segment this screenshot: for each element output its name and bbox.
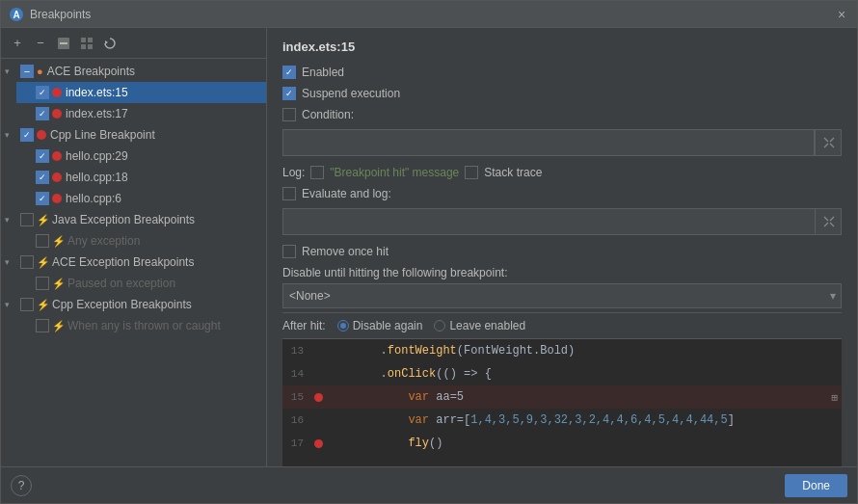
code-area: 13 .fontWeight(FontWeight.Bold) 14 .onCl… <box>282 338 842 466</box>
enabled-checkbox[interactable] <box>282 66 296 79</box>
expand-cpp-icon: ▾ <box>5 130 20 140</box>
code-text-16: var arr=[1,4,3,5,9,3,32,3,2,4,4,6,4,5,4,… <box>325 413 842 427</box>
disable-again-label: Disable again <box>353 319 423 332</box>
title-bar: A Breakpoints × <box>1 1 857 28</box>
expand-ace-icon: ▾ <box>5 66 20 76</box>
tree-group-ace-exc[interactable]: ▾ ⚡ ACE Exception Breakpoints <box>1 252 266 273</box>
tree-item-paused-exc[interactable]: ⚡ Paused on exception <box>16 273 266 294</box>
checkbox-java-exc[interactable] <box>20 213 34 226</box>
tree-group-cpp-line[interactable]: ▾ Cpp Line Breakpoint <box>1 124 266 146</box>
disable-until-dropdown[interactable]: <None> <box>282 283 842 308</box>
tree-group-ace-label: ACE Breakpoints <box>47 65 135 78</box>
tree-item-index17[interactable]: index.ets:17 <box>16 103 266 124</box>
disable-until-section: Disable until hitting the following brea… <box>282 266 842 308</box>
bp-dot-hello18 <box>52 172 62 182</box>
stack-trace-label: Stack trace <box>484 166 542 179</box>
evaluate-checkbox[interactable] <box>282 187 296 200</box>
svg-text:A: A <box>13 10 19 20</box>
copy-icon[interactable]: ⊞ <box>831 391 838 404</box>
leave-enabled-radio[interactable] <box>434 320 445 332</box>
breakpoints-dialog: A Breakpoints × + − <box>0 0 858 504</box>
evaluate-input[interactable] <box>282 208 842 235</box>
svg-rect-5 <box>88 38 93 42</box>
condition-expand-button[interactable] <box>815 129 842 156</box>
cpp-exc-icon: ⚡ <box>37 299 48 310</box>
log-message-label: "Breakpoint hit" message <box>330 166 459 179</box>
tree-item-hello29[interactable]: hello.cpp:29 <box>16 146 266 167</box>
line-num-17: 17 <box>282 438 311 449</box>
checkbox-paused-exc[interactable] <box>36 277 49 290</box>
code-line-15-toolbar: ⊞ <box>831 391 838 404</box>
tree-item-hello18[interactable]: hello.cpp:18 <box>16 167 266 188</box>
suspend-row: Suspend execution <box>282 87 842 100</box>
checkbox-ace-exc[interactable] <box>20 255 34 269</box>
code-line-14: 14 .onClick(() => { <box>282 362 842 385</box>
bp-dot-15 <box>311 393 325 402</box>
checkbox-hello18[interactable] <box>36 171 49 184</box>
checkbox-ace[interactable] <box>20 65 34 78</box>
remove-button[interactable]: − <box>30 33 51 54</box>
evaluate-expand-button[interactable] <box>815 208 842 235</box>
disable-again-option[interactable]: Disable again <box>337 319 423 332</box>
tree-item-hello6-label: hello.cpp:6 <box>66 192 121 205</box>
enabled-label: Enabled <box>302 66 344 79</box>
tree-item-hello29-label: hello.cpp:29 <box>66 149 128 163</box>
breakpoints-tree: ▾ ● ACE Breakpoints index.ets:15 index.e… <box>1 59 266 466</box>
tree-item-any-exc[interactable]: ⚡ Any exception <box>16 230 266 252</box>
disable-again-radio[interactable] <box>337 320 349 332</box>
checkbox-thrown-caught[interactable] <box>36 319 49 332</box>
stack-trace-checkbox[interactable] <box>465 166 478 179</box>
disable-until-label: Disable until hitting the following brea… <box>282 266 842 279</box>
remove-once-checkbox[interactable] <box>282 245 296 258</box>
tree-item-index15-label: index.ets:15 <box>66 86 128 99</box>
add-button[interactable]: + <box>7 33 28 54</box>
tree-item-hello6[interactable]: hello.cpp:6 <box>16 188 266 209</box>
checkbox-hello6[interactable] <box>36 192 49 205</box>
evaluate-label: Evaluate and log: <box>302 187 391 200</box>
dialog-bottom: ? Done <box>1 466 857 503</box>
checkbox-any-exc[interactable] <box>36 234 49 248</box>
java-exc-icon: ⚡ <box>37 214 48 225</box>
bp-dot-index17 <box>52 109 62 119</box>
checkbox-cpp-line[interactable] <box>20 128 34 142</box>
condition-dropdown[interactable] <box>811 129 815 156</box>
line-num-13: 13 <box>282 345 311 357</box>
tree-group-cpp-exc[interactable]: ▾ ⚡ Cpp Exception Breakpoints <box>1 294 266 315</box>
checkbox-cpp-exc[interactable] <box>20 298 34 311</box>
condition-input[interactable] <box>282 129 842 156</box>
after-hit-label: After hit: <box>282 319 326 332</box>
left-panel: + − <box>1 28 267 466</box>
code-line-13: 13 .fontWeight(FontWeight.Bold) <box>282 339 842 362</box>
done-button[interactable]: Done <box>785 474 847 497</box>
leave-enabled-option[interactable]: Leave enabled <box>434 319 525 332</box>
checkbox-index15[interactable] <box>36 86 49 99</box>
condition-checkbox[interactable] <box>282 108 296 121</box>
mute-button[interactable] <box>53 33 74 54</box>
log-row: Log: "Breakpoint hit" message Stack trac… <box>282 166 842 179</box>
after-hit-row: After hit: Disable again Leave enabled <box>282 312 842 338</box>
line-num-14: 14 <box>282 368 311 380</box>
restore-button[interactable] <box>99 33 121 54</box>
evaluate-section: Evaluate and log: <box>282 187 842 235</box>
group-button[interactable] <box>76 33 97 54</box>
evaluate-input-wrap <box>282 208 842 235</box>
tree-group-java-exc[interactable]: ▾ ⚡ Java Exception Breakpoints <box>1 209 266 230</box>
tree-group-ace[interactable]: ▾ ● ACE Breakpoints <box>1 61 266 82</box>
bp-dot-index15 <box>52 88 62 97</box>
any-exc-icon: ⚡ <box>52 235 64 247</box>
tree-item-index15[interactable]: index.ets:15 <box>16 82 266 103</box>
tree-item-thrown-caught-label: When any is thrown or caught <box>67 319 221 332</box>
tree-item-thrown-caught[interactable]: ⚡ When any is thrown or caught <box>16 315 266 336</box>
log-message-checkbox[interactable] <box>310 166 324 179</box>
close-button[interactable]: × <box>834 7 849 22</box>
bp-dot-hello29 <box>52 151 62 161</box>
tree-group-cpp-exc-label: Cpp Exception Breakpoints <box>52 298 192 311</box>
remove-once-label: Remove once hit <box>302 245 389 258</box>
checkbox-index17[interactable] <box>36 107 49 120</box>
log-label: Log: <box>282 166 305 179</box>
suspend-checkbox[interactable] <box>282 87 296 100</box>
checkbox-hello29[interactable] <box>36 149 49 163</box>
code-line-15: 15 var aa=5 ⊞ <box>282 385 842 409</box>
help-button[interactable]: ? <box>11 475 32 496</box>
ace-folder-icon: ● <box>37 66 43 77</box>
